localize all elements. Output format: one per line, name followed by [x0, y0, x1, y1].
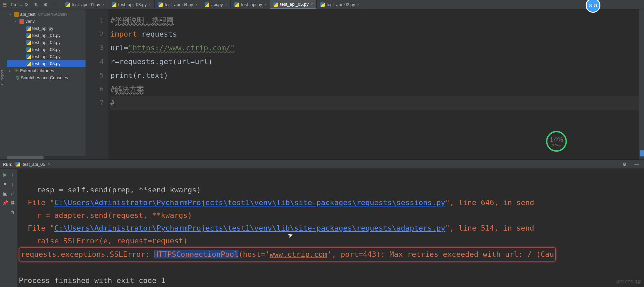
python-icon	[65, 2, 70, 7]
side-tab-project[interactable]: 1: Project	[0, 70, 4, 85]
close-icon[interactable]: ×	[311, 2, 313, 7]
editor-tabs: test_api_01.py× test_api_03.py× test_api…	[62, 0, 363, 9]
error-highlight: requests.exceptions.SSLError: HTTPSConne…	[19, 247, 556, 261]
code-line[interactable]: r=requests.get(url=url)	[110, 55, 639, 68]
tab-test_api_02[interactable]: test_api_02.py×	[317, 0, 363, 9]
python-icon	[26, 33, 31, 38]
tab-test_api_04[interactable]: test_api_04.py×	[155, 0, 201, 9]
project-tree: ▾ api_test C:\Users\Admini ▸ venv test_a…	[7, 9, 86, 159]
code-line[interactable]: import requests	[110, 27, 639, 41]
collapse-icon[interactable]: —	[633, 160, 640, 168]
collapse-icon[interactable]: —	[51, 1, 59, 8]
python-icon	[26, 40, 31, 45]
python-icon	[158, 2, 163, 7]
code-line[interactable]: #举例说明，携程网	[110, 13, 639, 27]
code-line[interactable]: url="https://www.ctrip.com/"	[110, 41, 639, 55]
down-arrow-icon[interactable]: ↓	[9, 181, 15, 187]
right-gutter	[639, 9, 644, 159]
tree-root-path: C:\Users\Admini	[38, 12, 67, 17]
tree-root-label: api_test	[20, 12, 36, 17]
python-icon	[273, 2, 278, 7]
trash-icon[interactable]: 🗑	[9, 209, 15, 215]
print-icon[interactable]: 🖶	[9, 200, 15, 206]
tree-file[interactable]: test_api_02.py	[7, 39, 86, 46]
chevron-right-icon[interactable]: ▸	[9, 69, 13, 73]
close-icon[interactable]: ×	[149, 2, 151, 7]
close-icon[interactable]: ×	[48, 162, 51, 167]
python-icon	[15, 162, 20, 166]
tree-file[interactable]: test_api_01.py	[7, 32, 86, 39]
file-link[interactable]: C:\Users\Administrator\PycharmProjects\t…	[54, 198, 445, 207]
tree-h-scrollbar[interactable]	[7, 156, 86, 159]
code-line-current[interactable]: #	[110, 96, 639, 110]
tree-file-selected[interactable]: test_api_05.py	[7, 60, 86, 67]
code-line[interactable]: print(r.text)	[110, 68, 639, 82]
tab-test_api_03[interactable]: test_api_03.py×	[108, 0, 155, 9]
watermark: @51CTO博客	[616, 279, 641, 285]
file-link[interactable]: C:\Users\Administrator\PycharmProjects\t…	[54, 224, 445, 232]
close-icon[interactable]: ×	[357, 2, 360, 7]
python-icon	[205, 2, 209, 7]
run-tool-column: ▶ ↑ ■ ↓ ▣ ↲ 📌 🖶 🗑	[0, 169, 17, 287]
folder-icon	[14, 12, 19, 17]
tab-test_api[interactable]: test_api.py×	[231, 0, 270, 9]
run-header: Run: test_api_05 × ⚙ —	[0, 159, 644, 169]
close-icon[interactable]: ×	[195, 2, 198, 7]
caret	[115, 99, 115, 108]
python-icon	[26, 61, 31, 66]
tab-api[interactable]: api.py×	[201, 0, 231, 9]
chevron-right-icon[interactable]: ▸	[15, 20, 18, 23]
python-icon	[26, 54, 31, 59]
tab-test_api_05[interactable]: test_api_05.py×	[270, 0, 317, 9]
run-panel: Run: test_api_05 × ⚙ — ▶ ↑ ■ ↓ ▣ ↲	[0, 159, 644, 287]
pin-icon[interactable]: 📌	[2, 200, 8, 206]
tree-scratches[interactable]: ⌬ Scratches and Consoles	[7, 74, 86, 81]
wrap-icon[interactable]: ↲	[9, 190, 15, 196]
library-icon: ⊪	[14, 68, 19, 73]
folder-icon	[19, 19, 24, 24]
exit-code: Process finished with exit code 1	[19, 276, 165, 285]
run-config-name[interactable]: test_api_05	[23, 162, 45, 167]
close-icon[interactable]: ×	[264, 2, 266, 7]
close-icon[interactable]: ×	[102, 2, 105, 7]
gear-icon[interactable]: ⚙	[42, 1, 49, 8]
tree-file[interactable]: test_api_04.py	[7, 53, 86, 60]
blank-icon	[2, 209, 8, 215]
left-tool-strip: 1: Project 7: Structure 2: Favorites	[0, 9, 7, 159]
perf-overlay: 14% 5.5K/s	[546, 131, 567, 152]
tree-root[interactable]: ▾ api_test C:\Users\Admini	[7, 11, 86, 18]
python-icon	[26, 47, 31, 52]
top-toolbar: ▤ Proj... ⟳ ⇅ ⚙ — test_api_01.py× test_a…	[0, 0, 644, 9]
gear-icon[interactable]: ⚙	[621, 160, 628, 168]
tab-test_api_01[interactable]: test_api_01.py×	[62, 0, 108, 9]
project-selector[interactable]: Proj...	[11, 2, 22, 7]
selected-text[interactable]: HTTPSConnectionPool	[154, 250, 238, 258]
python-icon	[26, 26, 31, 31]
sync-icon[interactable]: ⟳	[23, 1, 31, 8]
line-gutter: 1 2 3 4 5 6 7	[86, 9, 108, 159]
run-title: Run:	[3, 162, 13, 167]
python-icon	[112, 2, 116, 7]
python-icon	[234, 2, 239, 7]
scratch-icon: ⌬	[15, 76, 19, 80]
up-arrow-icon[interactable]: ↑	[9, 172, 15, 178]
python-icon	[320, 2, 325, 7]
stop-icon[interactable]: ■	[2, 181, 8, 187]
chevron-down-icon[interactable]: ▾	[9, 13, 13, 16]
slide-handle-icon[interactable]	[640, 150, 644, 156]
console-output[interactable]: resp = self.send(prep, **send_kwargs) Fi…	[17, 169, 644, 287]
tree-file[interactable]: test_api.py	[7, 25, 86, 32]
close-icon[interactable]: ×	[225, 2, 227, 7]
filter-icon[interactable]: ⇅	[33, 1, 40, 8]
code-line[interactable]: #解决方案	[110, 82, 639, 96]
tree-file[interactable]: test_api_03.py	[7, 46, 86, 53]
tree-external-libraries[interactable]: ▸ ⊪ External Libraries	[7, 67, 86, 74]
layout-icon[interactable]: ▣	[2, 190, 8, 196]
project-folder-icon[interactable]: ▤	[1, 1, 8, 8]
rerun-icon[interactable]: ▶	[2, 172, 8, 178]
tree-venv[interactable]: ▸ venv	[7, 18, 86, 25]
